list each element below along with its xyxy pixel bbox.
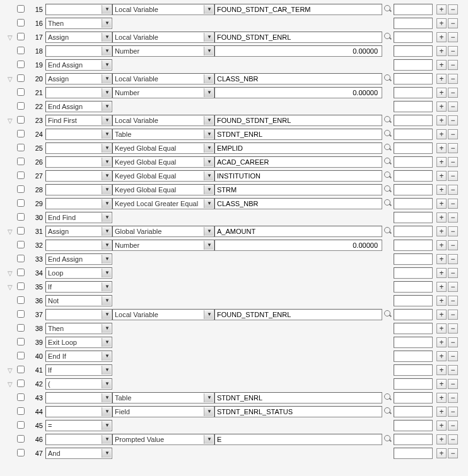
add-row-button[interactable]: +: [436, 379, 447, 389]
comment-input[interactable]: [394, 323, 433, 334]
remove-row-button[interactable]: −: [448, 171, 458, 181]
comment-input[interactable]: [394, 420, 433, 431]
add-row-button[interactable]: +: [436, 365, 447, 375]
lookup-icon[interactable]: [383, 171, 392, 180]
add-row-button[interactable]: +: [436, 282, 447, 292]
value-input[interactable]: [214, 226, 382, 237]
comment-input[interactable]: [394, 226, 433, 237]
add-row-button[interactable]: +: [436, 102, 447, 112]
add-row-button[interactable]: +: [436, 226, 447, 236]
select-row-checkbox[interactable]: [17, 116, 25, 124]
add-row-button[interactable]: +: [436, 4, 447, 15]
add-row-button[interactable]: +: [436, 18, 447, 28]
remove-row-button[interactable]: −: [448, 115, 458, 125]
comment-input[interactable]: [394, 45, 433, 57]
value-input[interactable]: [214, 87, 382, 98]
expand-icon[interactable]: ▽: [8, 117, 13, 124]
remove-row-button[interactable]: −: [448, 212, 458, 223]
value-input[interactable]: [214, 4, 382, 15]
remove-row-button[interactable]: −: [448, 199, 458, 209]
select-row-checkbox[interactable]: [17, 213, 25, 221]
keyword-dropdown[interactable]: End Find: [45, 212, 112, 223]
lookup-icon[interactable]: [383, 4, 392, 13]
add-row-button[interactable]: +: [436, 296, 447, 306]
comment-input[interactable]: [394, 406, 433, 417]
comment-input[interactable]: [394, 18, 433, 29]
value-input[interactable]: [214, 156, 382, 168]
add-row-button[interactable]: +: [436, 407, 447, 417]
select-row-checkbox[interactable]: [17, 255, 25, 262]
remove-row-button[interactable]: −: [448, 60, 458, 70]
comment-input[interactable]: [394, 73, 433, 84]
select-row-checkbox[interactable]: [17, 227, 25, 235]
type-dropdown[interactable]: Global Variable: [112, 226, 214, 237]
value-input[interactable]: [214, 45, 382, 57]
lookup-icon[interactable]: [383, 185, 392, 194]
keyword-dropdown[interactable]: Exit Loop: [45, 337, 112, 348]
type-dropdown[interactable]: Keyed Global Equal: [112, 184, 214, 195]
type-dropdown[interactable]: Keyed Global Equal: [112, 170, 214, 182]
remove-row-button[interactable]: −: [448, 310, 458, 320]
expand-icon[interactable]: ▽: [8, 270, 13, 277]
remove-row-button[interactable]: −: [448, 74, 458, 84]
select-row-checkbox[interactable]: [17, 102, 25, 110]
expand-icon[interactable]: ▽: [8, 381, 13, 388]
keyword-dropdown[interactable]: End Assign: [45, 101, 112, 112]
remove-row-button[interactable]: −: [448, 379, 458, 389]
select-row-checkbox[interactable]: [17, 241, 25, 248]
keyword-dropdown[interactable]: [45, 406, 112, 417]
keyword-dropdown[interactable]: [45, 142, 112, 154]
select-row-checkbox[interactable]: [17, 310, 25, 318]
type-dropdown[interactable]: Local Variable: [112, 73, 214, 84]
value-input[interactable]: [214, 240, 382, 251]
add-row-button[interactable]: +: [436, 323, 447, 334]
lookup-icon[interactable]: [383, 199, 392, 207]
add-row-button[interactable]: +: [436, 393, 447, 403]
comment-input[interactable]: [394, 364, 433, 376]
remove-row-button[interactable]: −: [448, 448, 458, 458]
expand-icon[interactable]: ▽: [8, 284, 13, 291]
add-row-button[interactable]: +: [436, 143, 447, 153]
remove-row-button[interactable]: −: [448, 102, 458, 112]
remove-row-button[interactable]: −: [448, 185, 458, 195]
remove-row-button[interactable]: −: [448, 421, 458, 431]
select-row-checkbox[interactable]: [17, 61, 25, 68]
add-row-button[interactable]: +: [436, 434, 447, 444]
comment-input[interactable]: [394, 253, 433, 265]
lookup-icon[interactable]: [383, 74, 392, 83]
add-row-button[interactable]: +: [436, 351, 447, 361]
remove-row-button[interactable]: −: [448, 434, 458, 444]
keyword-dropdown[interactable]: Assign: [45, 32, 112, 43]
keyword-dropdown[interactable]: If: [45, 364, 112, 376]
comment-input[interactable]: [394, 337, 433, 348]
add-row-button[interactable]: +: [436, 74, 447, 84]
keyword-dropdown[interactable]: Find First: [45, 115, 112, 126]
add-row-button[interactable]: +: [436, 60, 447, 70]
add-row-button[interactable]: +: [436, 310, 447, 320]
lookup-icon[interactable]: [383, 32, 392, 41]
expand-icon[interactable]: ▽: [8, 228, 13, 235]
comment-input[interactable]: [394, 184, 433, 195]
select-row-checkbox[interactable]: [17, 199, 25, 207]
remove-row-button[interactable]: −: [448, 4, 458, 15]
keyword-dropdown[interactable]: End If: [45, 351, 112, 362]
keyword-dropdown[interactable]: =: [45, 420, 112, 431]
keyword-dropdown[interactable]: [45, 434, 112, 445]
add-row-button[interactable]: +: [436, 337, 447, 347]
select-row-checkbox[interactable]: [17, 407, 25, 415]
keyword-dropdown[interactable]: Assign: [45, 226, 112, 237]
select-row-checkbox[interactable]: [17, 33, 25, 40]
lookup-icon[interactable]: [383, 143, 392, 152]
comment-input[interactable]: [394, 267, 433, 279]
add-row-button[interactable]: +: [436, 212, 447, 223]
add-row-button[interactable]: +: [436, 254, 447, 264]
comment-input[interactable]: [394, 448, 433, 459]
select-row-checkbox[interactable]: [17, 269, 25, 276]
remove-row-button[interactable]: −: [448, 296, 458, 306]
keyword-dropdown[interactable]: Assign: [45, 73, 112, 84]
type-dropdown[interactable]: Local Variable: [112, 309, 214, 320]
lookup-icon[interactable]: [383, 115, 392, 124]
type-dropdown[interactable]: Keyed Global Equal: [112, 156, 214, 168]
expand-icon[interactable]: ▽: [8, 367, 13, 374]
add-row-button[interactable]: +: [436, 199, 447, 209]
